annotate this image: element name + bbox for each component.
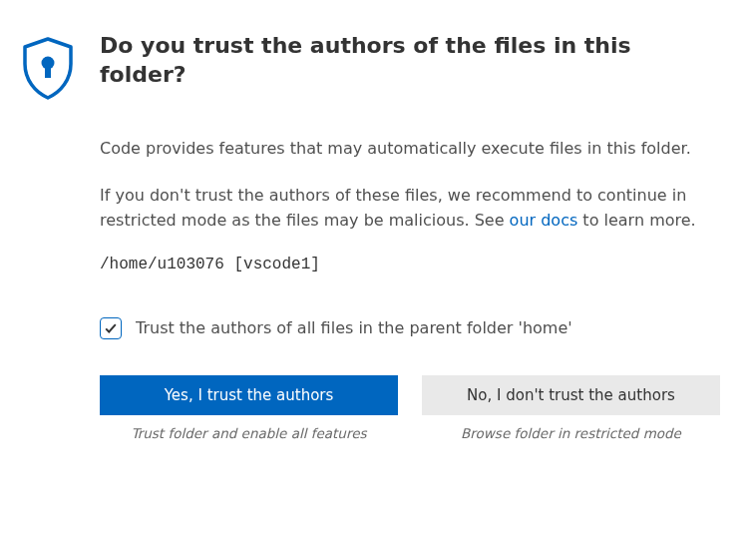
yes-caption: Trust folder and enable all features — [131, 425, 366, 441]
trust-parent-label: Trust the authors of all files in the pa… — [136, 318, 572, 337]
yes-trust-button[interactable]: Yes, I trust the authors — [100, 375, 398, 415]
no-trust-button[interactable]: No, I don't trust the authors — [422, 375, 720, 415]
icon-column — [20, 32, 76, 106]
trust-parent-checkbox[interactable] — [100, 317, 122, 339]
workspace-trust-dialog: Do you trust the authors of the files in… — [20, 32, 720, 441]
no-group: No, I don't trust the authors Browse fol… — [422, 375, 720, 441]
button-row: Yes, I trust the authors Trust folder an… — [100, 375, 720, 441]
content-column: Do you trust the authors of the files in… — [100, 32, 720, 441]
description-text-b: to learn more. — [577, 211, 695, 230]
trust-parent-row: Trust the authors of all files in the pa… — [100, 317, 720, 339]
shield-icon — [20, 87, 76, 106]
description-paragraph-2: If you don't trust the authors of these … — [100, 184, 720, 234]
check-icon — [104, 321, 118, 335]
docs-link[interactable]: our docs — [510, 211, 578, 230]
description-paragraph-1: Code provides features that may automati… — [100, 137, 720, 162]
dialog-title: Do you trust the authors of the files in… — [100, 32, 720, 89]
folder-path: /home/u103076 [vscode1] — [100, 256, 720, 273]
yes-group: Yes, I trust the authors Trust folder an… — [100, 375, 398, 441]
no-caption: Browse folder in restricted mode — [461, 425, 681, 441]
